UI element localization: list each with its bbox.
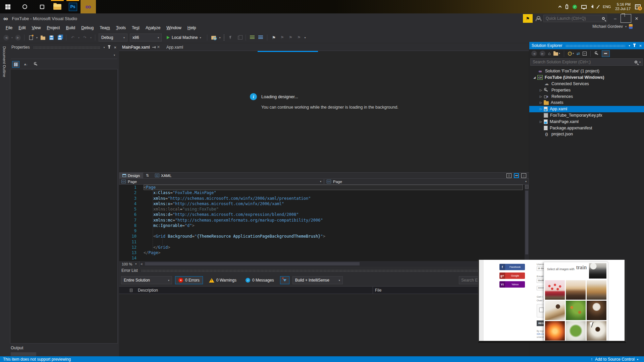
menu-file[interactable]: File [3,24,15,31]
menu-window[interactable]: Window [163,24,184,31]
captcha-image-cake[interactable] [545,280,565,300]
messages-filter-button[interactable]: i0 Messages [243,276,277,284]
home-button[interactable]: ⌂ [548,51,551,56]
captcha-image-glowing-bowl[interactable] [545,321,565,341]
xaml-view-tab[interactable]: ◱XAML [152,173,175,179]
close-button[interactable]: ✕ [631,14,642,23]
menu-edit[interactable]: Edit [15,24,29,31]
tree-item-solution-foxtube-1-project[interactable]: ∞Solution 'FoxTube' (1 project) [529,68,644,74]
code-line-14[interactable]: 14 [119,255,529,261]
drag-handle[interactable] [141,269,526,272]
undo-button[interactable]: ↶ [70,35,76,41]
visual-studio-button[interactable]: ∞ [80,0,96,13]
action-center-icon[interactable]: 1 [635,4,641,9]
drag-handle[interactable] [33,46,100,49]
code-line-12[interactable]: 12 </Grid> [119,245,529,250]
close-icon[interactable]: ✕ [157,45,160,49]
captcha-image-breakfast[interactable] [545,301,565,320]
start-debugging-button[interactable]: Local Machine ▾ [164,34,204,42]
vertical-scrollbar[interactable] [525,185,529,261]
menu-test[interactable]: Test [129,24,143,31]
properties-button[interactable] [594,51,599,56]
code-line-3[interactable]: 3 xmlns="http://schemas.microsoft.com/wi… [119,196,529,201]
menu-build[interactable]: Build [63,24,78,31]
pin-icon[interactable] [152,47,155,48]
code-line-10[interactable]: 10 <Grid Background="{ThemeResource Appl… [119,234,529,239]
pen-icon[interactable] [597,5,600,8]
search-options-dropdown[interactable]: ▾ [639,61,641,64]
network-icon[interactable] [581,5,587,9]
save-button[interactable] [48,35,54,41]
breadcrumb-left[interactable]: <>Page▾ [119,178,324,185]
captcha-image-salad-plate[interactable] [566,321,586,341]
collapse-all-button[interactable] [583,52,587,56]
captcha-image-coffee-cup[interactable] [587,321,606,341]
tab-mainpage-xaml[interactable]: MainPage.xaml ✕ [119,44,163,51]
new-file-dropdown[interactable]: ▾ [36,36,38,39]
description-column-header[interactable]: Description [136,287,373,294]
expander-icon[interactable]: ▷ [538,101,544,104]
new-file-button[interactable] [28,35,34,41]
severity-column-header[interactable] [128,287,136,294]
switch-views-button[interactable]: ▾ [553,51,560,56]
horizontal-scrollbar[interactable]: ◀ [140,261,529,267]
drag-handle[interactable] [566,45,625,47]
code-line-1[interactable]: 1<Page [119,185,529,190]
attach-to-process-button[interactable] [211,35,217,41]
copy-button[interactable] [236,35,242,41]
tab-app-xaml[interactable]: App.xaml [163,44,186,51]
cortana-button[interactable] [15,0,34,13]
expander-icon[interactable]: ▷ [538,120,544,123]
taskbar-clock[interactable]: 5:16 PM22-Jul-17 [615,2,631,11]
expander-icon[interactable]: ◢ [532,76,537,79]
next-bookmark-button[interactable]: ⚑ [287,35,293,41]
navigate-forward-button[interactable]: ▶ [15,35,21,41]
social-google-button[interactable]: g+Google [499,273,525,279]
swap-panes-button[interactable]: ⇅ [143,173,152,178]
clear-filters-button[interactable] [280,276,289,284]
undo-dropdown[interactable]: ▾ [78,36,79,39]
tree-item-foxtube-temporarykey-pfx[interactable]: FoxTube_TemporaryKey.pfx [529,112,644,119]
warnings-filter-button[interactable]: 0 Warnings [206,276,239,284]
tree-item-app-xaml[interactable]: ▷App.xaml [529,106,644,112]
attach-dropdown[interactable]: ▾ [219,36,220,39]
back-button[interactable]: ◀ [531,51,537,56]
solution-platform-combo[interactable]: x86▾ [130,34,162,42]
captcha-image-salad[interactable] [566,301,586,320]
recaptcha-checkbox[interactable] [539,307,544,312]
navigate-back-button[interactable]: ◀ [3,35,9,41]
categorized-view-button[interactable] [12,61,19,68]
design-view-tab[interactable]: Design [119,173,143,179]
selection-tool-button[interactable] [228,35,234,41]
previous-bookmark-button[interactable]: ⚑ [279,35,285,41]
menu-help[interactable]: Help [184,24,199,31]
xaml-code-editor[interactable]: 1<Page2 x:Class="FoxTube.MainPage"3 xmln… [119,185,529,261]
code-line-7[interactable]: 7 xmlns:mc="http://schemas.openxmlformat… [119,218,529,223]
code-line-11[interactable]: 11 [119,239,529,245]
photoshop-button[interactable]: Ps [65,0,80,13]
breadcrumb-right[interactable]: <>Page▾ [324,178,529,185]
code-line-8[interactable]: 8 mc:Ignorable="d"> [119,223,529,228]
defender-icon[interactable]: ✓ [573,5,577,9]
social-facebook-button[interactable]: fFacebook [499,264,525,270]
language-indicator[interactable]: ENG [603,5,611,9]
browser-preview-overlay[interactable]: fFacebookg+GoogleY!Yahoo Userna dr dooli… [478,260,627,343]
captcha-image-pancakes[interactable] [587,280,606,300]
menu-project[interactable]: Project [44,24,63,31]
tray-chevron-icon[interactable] [558,6,562,9]
properties-object-combo[interactable]: ▾ [11,52,117,59]
menu-debug[interactable]: Debug [78,24,97,31]
code-line-5[interactable]: 5 xmlns:local="using:FoxTube" [119,206,529,212]
expander-icon[interactable]: ▷ [538,88,544,92]
captcha-image-coffee-beans[interactable] [587,301,606,320]
tree-item-project-json[interactable]: {}project.json [529,131,644,137]
save-all-button[interactable] [57,35,63,41]
alphabetical-sort-button[interactable]: A [22,61,30,68]
redo-dropdown[interactable]: ▾ [90,36,92,39]
expander-icon[interactable]: ▷ [538,107,544,111]
tree-item-foxtube-universal-windows[interactable]: ◢C#FoxTube (Universal Windows) [529,74,644,81]
code-line-4[interactable]: 4 xmlns:x="http://schemas.microsoft.com/… [119,201,529,206]
solution-search-input[interactable] [533,60,633,64]
usb-icon[interactable] [566,5,568,9]
code-line-9[interactable]: 9 [119,228,529,234]
